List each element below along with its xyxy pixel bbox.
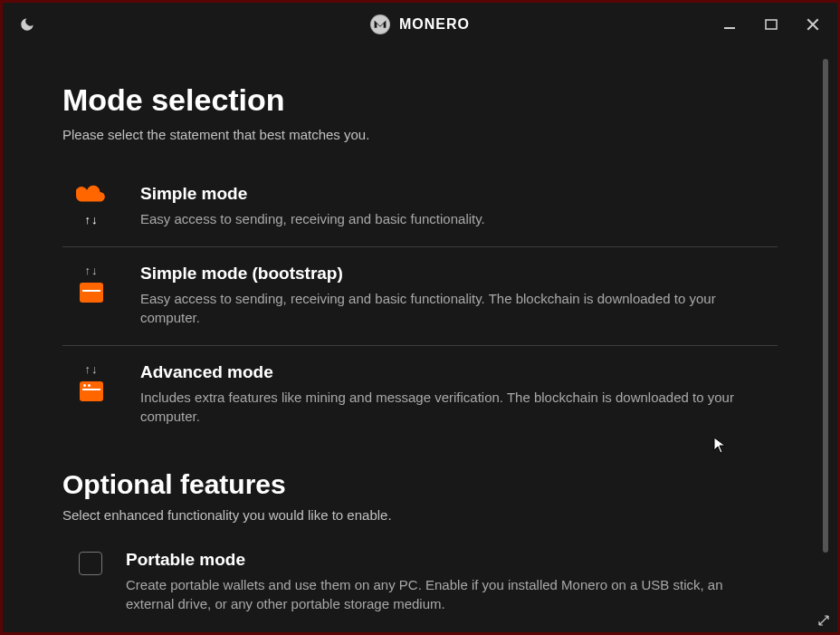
mode-desc: Easy access to sending, receiving and ba… (140, 289, 772, 327)
optional-heading: Optional features (62, 469, 778, 500)
mode-desc: Includes extra features like mining and … (140, 388, 772, 426)
maximize-button[interactable] (763, 16, 779, 33)
theme-toggle-icon[interactable] (19, 16, 35, 33)
app-name: MONERO (399, 16, 470, 33)
svg-rect-2 (766, 20, 777, 29)
portable-desc: Create portable wallets and use them on … (126, 575, 772, 613)
page-subtitle: Please select the statement that best ma… (62, 127, 778, 142)
cloud-icon (76, 184, 107, 207)
resize-handle-icon[interactable] (817, 614, 830, 627)
mode-option-advanced[interactable]: ↑↓ Advanced mode Includes extra features… (62, 345, 778, 444)
sync-arrows-icon: ↑↓ (85, 264, 99, 277)
titlebar: MONERO (3, 3, 837, 46)
content-area: Mode selection Please select the stateme… (3, 46, 837, 632)
portable-title: Portable mode (126, 550, 772, 570)
server-icon (80, 283, 103, 303)
mode-desc: Easy access to sending, receiving and ba… (140, 209, 772, 228)
portable-mode-checkbox[interactable] (79, 552, 102, 575)
server-icon (80, 381, 103, 401)
mode-title: Advanced mode (140, 362, 772, 382)
monero-logo-icon (370, 14, 390, 34)
mode-title: Simple mode (bootstrap) (140, 264, 772, 284)
portable-mode-row: Portable mode Create portable wallets an… (62, 535, 778, 631)
sync-arrows-icon: ↑↓ (85, 213, 99, 226)
optional-subtitle: Select enhanced functionality you would … (62, 507, 778, 523)
mode-title: Simple mode (140, 184, 772, 204)
mode-option-bootstrap[interactable]: ↑↓ Simple mode (bootstrap) Easy access t… (62, 246, 778, 345)
close-button[interactable] (805, 16, 821, 33)
svg-rect-1 (724, 27, 735, 29)
mode-option-simple[interactable]: ↑↓ Simple mode Easy access to sending, r… (62, 168, 778, 246)
app-window: MONERO Mode selection Please select the … (3, 3, 837, 632)
page-title: Mode selection (62, 82, 778, 118)
scrollbar[interactable] (823, 59, 828, 553)
minimize-button[interactable] (721, 16, 738, 33)
svg-point-0 (371, 15, 389, 34)
sync-arrows-icon: ↑↓ (85, 362, 99, 376)
